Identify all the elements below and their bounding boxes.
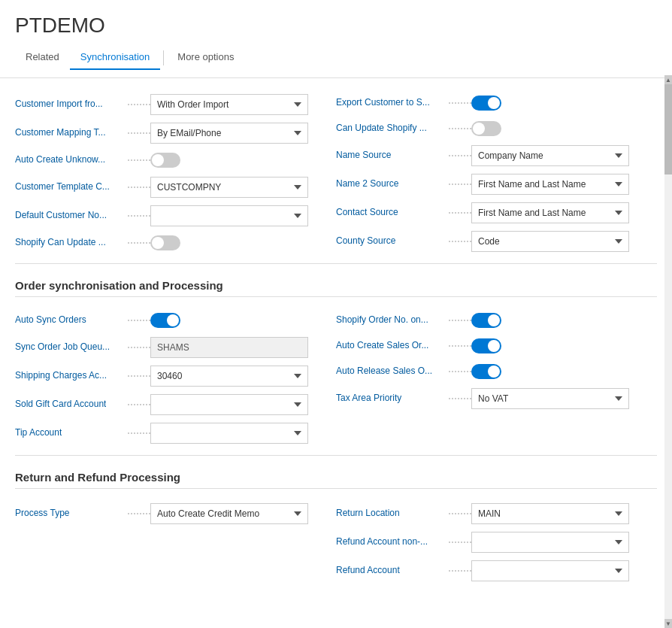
- dropdown-sold-gift-card-account[interactable]: [150, 394, 308, 415]
- field-name2-source: Name 2 Source First Name and Last Name C…: [336, 170, 657, 199]
- order-fields-grid: Auto Sync Orders Sync Order Job Queu...: [15, 308, 657, 447]
- field-tax-area-priority: Tax Area Priority No VAT VAT Sales Tax: [336, 384, 657, 413]
- dropdown-return-location[interactable]: MAIN DEFAULT: [471, 503, 629, 524]
- toggle-shopify-order-no[interactable]: [471, 313, 501, 328]
- dropdown-name-source[interactable]: Company Name First Name and Last Name: [471, 145, 629, 166]
- tab-synchronisation[interactable]: Synchronisation: [70, 45, 161, 70]
- toggle-export-customer[interactable]: [471, 96, 501, 111]
- dropdown-default-customer-no[interactable]: [150, 205, 308, 226]
- field-refund-account: Refund Account: [336, 557, 657, 585]
- dropdown-process-type[interactable]: Auto Create Credit Memo Manual: [150, 503, 308, 524]
- field-shipping-charges-account: Shipping Charges Ac... 30460: [15, 362, 336, 390]
- field-name-source: Name Source Company Name First Name and …: [336, 141, 657, 170]
- input-sync-order-job-queue[interactable]: [150, 337, 308, 358]
- label-auto-create-unknown: Auto Create Unknow...: [15, 154, 105, 165]
- dropdown-refund-account-non[interactable]: [471, 532, 629, 553]
- field-can-update-shopify: Can Update Shopify ...: [336, 116, 657, 141]
- return-fields-grid: Process Type Auto Create Credit Memo Man…: [15, 499, 657, 585]
- toggle-auto-create-unknown[interactable]: [150, 153, 180, 168]
- label-auto-release-sales-order: Auto Release Sales O...: [336, 366, 432, 376]
- content-area: Customer Import fro... With Order Import…: [0, 78, 672, 603]
- label-sync-order-job-queue: Sync Order Job Queu...: [15, 341, 110, 352]
- label-refund-account: Refund Account: [336, 565, 400, 575]
- page-container: ▲ ▼ PTDEMO Related Synchronisation More …: [0, 0, 672, 628]
- label-can-update-shopify: Can Update Shopify ...: [336, 123, 427, 133]
- toggle-auto-sync-orders[interactable]: [150, 313, 180, 328]
- scroll-down-arrow[interactable]: ▼: [664, 619, 672, 628]
- return-section-separator: [15, 455, 657, 456]
- label-shopify-can-update: Shopify Can Update ...: [15, 237, 106, 247]
- label-return-location: Return Location: [336, 508, 400, 518]
- toggle-shopify-can-update[interactable]: [150, 235, 180, 250]
- label-export-customer: Export Customer to S...: [336, 97, 430, 108]
- field-refund-account-non: Refund Account non-...: [336, 528, 657, 557]
- order-left-col: Auto Sync Orders Sync Order Job Queu...: [15, 308, 336, 447]
- toggle-can-update-shopify[interactable]: [471, 121, 501, 136]
- return-section-title: Return and Refund Processing: [15, 471, 657, 489]
- dropdown-county-source[interactable]: Code Name: [471, 231, 629, 252]
- dropdown-shipping-charges-account[interactable]: 30460: [150, 366, 308, 387]
- tab-divider: [163, 50, 164, 65]
- tab-more-options[interactable]: More options: [167, 45, 244, 70]
- tab-related[interactable]: Related: [15, 45, 70, 70]
- customer-right-col: Export Customer to S... Can Update Shopi…: [336, 90, 657, 256]
- field-default-customer-no: Default Customer No...: [15, 202, 336, 230]
- customer-left-col: Customer Import fro... With Order Import…: [15, 90, 336, 256]
- field-shopify-order-no: Shopify Order No. on...: [336, 308, 657, 333]
- field-auto-create-sales-order: Auto Create Sales Or...: [336, 333, 657, 359]
- dropdown-tip-account[interactable]: [150, 423, 308, 444]
- field-county-source: County Source Code Name: [336, 227, 657, 256]
- field-customer-template: Customer Template C... CUSTCOMPNY CUSTRE…: [15, 173, 336, 202]
- toggle-auto-release-sales-order[interactable]: [471, 364, 501, 379]
- field-shopify-can-update: Shopify Can Update ...: [15, 230, 336, 256]
- scrollbar-thumb[interactable]: [664, 84, 672, 174]
- dropdown-name2-source[interactable]: First Name and Last Name Company Name: [471, 174, 629, 195]
- field-export-customer: Export Customer to S...: [336, 90, 657, 116]
- toggle-auto-create-sales-order[interactable]: [471, 338, 501, 353]
- return-right-col: Return Location MAIN DEFAULT Refund Acco…: [336, 499, 657, 585]
- label-tax-area-priority: Tax Area Priority: [336, 393, 401, 403]
- label-refund-account-non: Refund Account non-...: [336, 536, 428, 547]
- page-title: PTDEMO: [15, 14, 657, 38]
- tabs-container: Related Synchronisation More options: [15, 45, 657, 70]
- field-auto-release-sales-order: Auto Release Sales O...: [336, 359, 657, 384]
- header: PTDEMO Related Synchronisation More opti…: [0, 0, 672, 78]
- field-auto-sync-orders: Auto Sync Orders: [15, 308, 336, 333]
- label-name2-source: Name 2 Source: [336, 178, 398, 189]
- dropdown-customer-import-from[interactable]: With Order Import Always Never: [150, 94, 308, 115]
- label-sold-gift-card-account: Sold Gift Card Account: [15, 399, 106, 409]
- field-customer-mapping-type: Customer Mapping T... By EMail/Phone By …: [15, 119, 336, 147]
- field-auto-create-unknown: Auto Create Unknow...: [15, 147, 336, 173]
- label-customer-mapping-type: Customer Mapping T...: [15, 127, 106, 138]
- label-county-source: County Source: [336, 235, 395, 246]
- order-right-col: Shopify Order No. on... Auto Create Sale…: [336, 308, 657, 447]
- order-section-separator: [15, 263, 657, 264]
- field-sync-order-job-queue: Sync Order Job Queu...: [15, 333, 336, 362]
- field-customer-import-from: Customer Import fro... With Order Import…: [15, 90, 336, 119]
- dropdown-customer-template[interactable]: CUSTCOMPNY CUSTRETAIL: [150, 177, 308, 198]
- field-process-type: Process Type Auto Create Credit Memo Man…: [15, 499, 336, 528]
- label-auto-sync-orders: Auto Sync Orders: [15, 314, 86, 325]
- dropdown-contact-source[interactable]: First Name and Last Name Company Name: [471, 202, 629, 223]
- field-sold-gift-card-account: Sold Gift Card Account: [15, 390, 336, 419]
- label-default-customer-no: Default Customer No...: [15, 210, 107, 220]
- dropdown-tax-area-priority[interactable]: No VAT VAT Sales Tax: [471, 388, 629, 409]
- label-shopify-order-no: Shopify Order No. on...: [336, 314, 428, 325]
- scrollbar[interactable]: ▲ ▼: [664, 75, 672, 628]
- label-name-source: Name Source: [336, 150, 391, 160]
- field-contact-source: Contact Source First Name and Last Name …: [336, 199, 657, 227]
- scroll-up-arrow[interactable]: ▲: [664, 75, 672, 84]
- customer-fields-grid: Customer Import fro... With Order Import…: [15, 90, 657, 256]
- label-tip-account: Tip Account: [15, 427, 62, 438]
- field-return-location: Return Location MAIN DEFAULT: [336, 499, 657, 528]
- dropdown-customer-mapping-type[interactable]: By EMail/Phone By Name: [150, 123, 308, 144]
- field-tip-account: Tip Account: [15, 419, 336, 447]
- label-auto-create-sales-order: Auto Create Sales Or...: [336, 340, 428, 350]
- label-customer-template: Customer Template C...: [15, 181, 110, 192]
- dropdown-refund-account[interactable]: [471, 560, 629, 581]
- order-section-title: Order synchronisation and Processing: [15, 279, 657, 297]
- label-shipping-charges-account: Shipping Charges Ac...: [15, 370, 107, 381]
- label-contact-source: Contact Source: [336, 207, 398, 217]
- label-customer-import-from: Customer Import fro...: [15, 99, 103, 109]
- return-left-col: Process Type Auto Create Credit Memo Man…: [15, 499, 336, 585]
